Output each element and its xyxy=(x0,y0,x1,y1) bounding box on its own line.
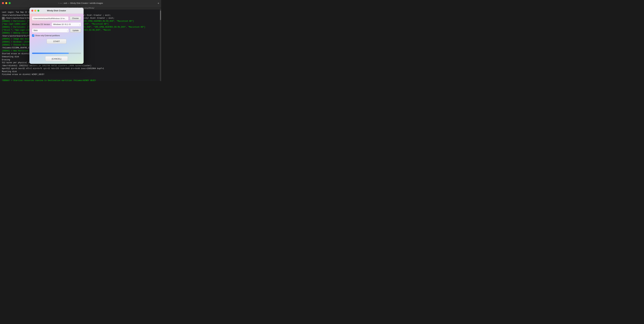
dialog-minimize-button[interactable] xyxy=(34,10,36,12)
dialog-close-button[interactable] xyxy=(31,10,33,12)
scrollbar[interactable] xyxy=(160,9,161,81)
progress-bar-container xyxy=(32,53,81,54)
checkbox-row: Show only External partitions xyxy=(32,35,81,37)
spacer xyxy=(32,46,81,53)
windows-os-dropdown-wrapper: Windows 10 / 8.1 / 8 ⌄ xyxy=(52,22,81,27)
maximize-button[interactable] xyxy=(8,2,11,4)
progress-bar-fill xyxy=(32,53,69,54)
file-path-row: /Users/winterboard/Stuff/Windows 10 Imag… xyxy=(32,16,81,21)
partition-dropdown-wrapper: Stick ⌄ xyxy=(32,28,69,33)
cancel-button[interactable]: [CANCEL] xyxy=(45,56,68,61)
windows-os-label: Windows OS Version: xyxy=(32,23,50,26)
terminal-line: bps=512 spc=8 res=32 nft=2 mid=0xf8 spt=… xyxy=(2,67,158,70)
dialog-body: /Users/winterboard/Stuff/Windows 10 Imag… xyxy=(30,14,84,64)
start-button[interactable]: START xyxy=(47,39,66,44)
terminal-line xyxy=(2,76,158,79)
partition-dropdown[interactable]: Stick xyxy=(32,28,69,33)
new-tab-button[interactable]: + xyxy=(158,2,159,5)
dialog-titlebar: Windy Disk Creator xyxy=(30,8,84,14)
terminal-line: Finished erase on disk4s1 WINDY_UBJEY xyxy=(2,73,158,76)
dialog-traffic-lights xyxy=(31,10,39,12)
terminal-line: [DEBUG] > Starting resources copying to … xyxy=(2,79,158,81)
terminal-titlebar: ~ — ; exit — Windy Disk Creator • wimlib… xyxy=(0,0,161,6)
terminal-line: /dev/rdisk4s1: 15622312 sectors in 19527… xyxy=(2,64,158,67)
choose-button[interactable]: Choose xyxy=(70,16,81,21)
prompt-arrow: ⬡ xyxy=(2,17,5,20)
windows-os-row: Windows OS Version: Windows 10 / 8.1 / 8… xyxy=(32,22,81,27)
terminal-line: Mounting disk xyxy=(2,70,158,73)
file-path-field[interactable]: /Users/winterboard/Stuff/Windows 10 Imag… xyxy=(32,16,68,21)
show-external-checkbox[interactable] xyxy=(32,35,34,37)
windows-os-dropdown[interactable]: Windows 10 / 8.1 / 8 xyxy=(52,22,81,27)
minimize-button[interactable] xyxy=(5,2,7,4)
show-external-label: Show only External partitions xyxy=(35,35,60,37)
close-button[interactable] xyxy=(2,2,4,4)
update-button[interactable]: Update xyxy=(70,28,81,33)
dialog-window: Windy Disk Creator /Users/winterboard/St… xyxy=(30,8,84,64)
scrollbar-thumb[interactable] xyxy=(160,11,161,20)
window-title: ~ — ; exit — Windy Disk Creator • wimlib… xyxy=(58,2,103,4)
dialog-maximize-button[interactable] xyxy=(38,10,39,12)
partition-row: Stick ⌄ Update xyxy=(32,28,81,33)
dialog-title: Windy Disk Creator xyxy=(47,10,66,12)
traffic-lights xyxy=(2,2,11,4)
